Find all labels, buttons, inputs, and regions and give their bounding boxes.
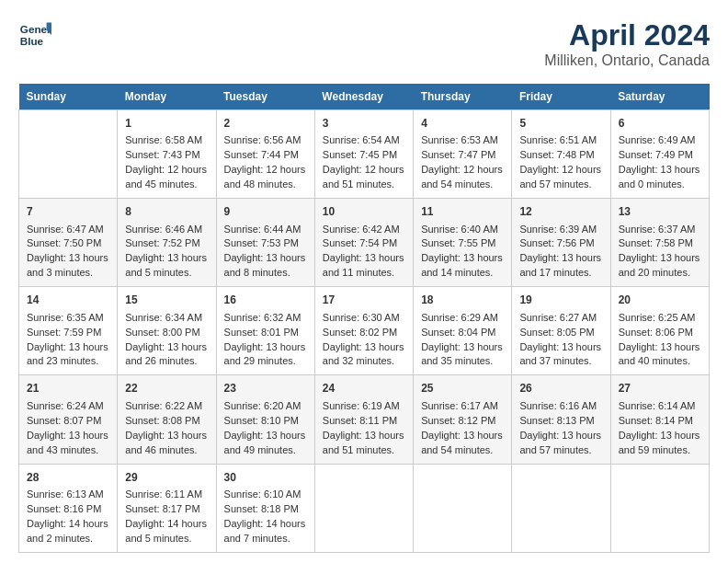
cell-content-line: Sunrise: 6:10 AM	[224, 488, 307, 502]
cell-content-line: Sunset: 7:50 PM	[27, 236, 109, 251]
cell-content-line: Daylight: 14 hours	[224, 517, 307, 532]
day-number: 9	[224, 204, 307, 220]
cell-content-line: Sunset: 7:52 PM	[125, 236, 208, 251]
cell-content-line: and 54 minutes.	[421, 178, 504, 192]
cell-content-line: and 32 minutes.	[323, 354, 405, 369]
day-number: 23	[224, 381, 307, 396]
calendar-cell: 6Sunrise: 6:49 AMSunset: 7:49 PMDaylight…	[610, 110, 709, 199]
cell-content-line: Sunrise: 6:51 AM	[519, 133, 602, 148]
day-number: 18	[421, 293, 504, 308]
calendar-cell: 1Sunrise: 6:58 AMSunset: 7:43 PMDaylight…	[118, 110, 216, 199]
cell-content-line: Daylight: 13 hours	[125, 251, 208, 266]
cell-content-line: Sunset: 7:53 PM	[224, 236, 307, 251]
calendar-cell: 10Sunrise: 6:42 AMSunset: 7:54 PMDayligh…	[314, 199, 413, 287]
cell-content-line: Sunset: 7:43 PM	[125, 148, 208, 163]
day-number: 20	[619, 293, 701, 308]
day-number: 24	[323, 381, 405, 396]
calendar-week-1: 1Sunrise: 6:58 AMSunset: 7:43 PMDaylight…	[19, 110, 710, 199]
calendar-cell: 11Sunrise: 6:40 AMSunset: 7:55 PMDayligh…	[414, 199, 512, 287]
day-number: 27	[619, 381, 701, 396]
cell-content-line: Sunrise: 6:58 AM	[125, 133, 208, 148]
cell-content-line: Sunrise: 6:56 AM	[224, 133, 307, 148]
cell-content-line: Daylight: 13 hours	[27, 251, 109, 266]
calendar-week-2: 7Sunrise: 6:47 AMSunset: 7:50 PMDaylight…	[19, 199, 710, 287]
day-number: 4	[421, 116, 504, 132]
cell-content-line: Sunrise: 6:16 AM	[519, 399, 602, 414]
calendar-cell: 15Sunrise: 6:34 AMSunset: 8:00 PMDayligh…	[118, 287, 216, 375]
day-number: 1	[125, 116, 208, 132]
cell-content-line: and 48 minutes.	[224, 178, 307, 192]
calendar-title: April 2024	[544, 18, 710, 52]
header-saturday: Saturday	[610, 84, 709, 110]
calendar-cell: 14Sunrise: 6:35 AMSunset: 7:59 PMDayligh…	[19, 287, 118, 375]
calendar-cell: 4Sunrise: 6:53 AMSunset: 7:47 PMDaylight…	[414, 110, 512, 199]
header-friday: Friday	[512, 84, 610, 110]
cell-content-line: and 0 minutes.	[619, 178, 701, 192]
calendar-cell: 25Sunrise: 6:17 AMSunset: 8:12 PMDayligh…	[414, 375, 512, 464]
day-number: 28	[27, 470, 109, 486]
cell-content-line: Daylight: 13 hours	[125, 340, 208, 355]
cell-content-line: Daylight: 12 hours	[125, 163, 208, 178]
calendar-cell: 22Sunrise: 6:22 AMSunset: 8:08 PMDayligh…	[118, 375, 216, 464]
calendar-cell: 3Sunrise: 6:54 AMSunset: 7:45 PMDaylight…	[314, 110, 413, 199]
cell-content-line: and 26 minutes.	[125, 354, 208, 369]
cell-content-line: Daylight: 14 hours	[27, 517, 109, 532]
day-number: 5	[519, 116, 602, 132]
cell-content-line: Sunset: 8:16 PM	[27, 502, 109, 517]
cell-content-line: Sunset: 8:01 PM	[224, 326, 307, 340]
cell-content-line: Sunset: 8:18 PM	[224, 502, 307, 517]
cell-content-line: and 11 minutes.	[323, 266, 405, 281]
cell-content-line: Sunrise: 6:24 AM	[27, 399, 109, 414]
calendar-table: Sunday Monday Tuesday Wednesday Thursday…	[18, 84, 710, 553]
cell-content-line: Sunset: 8:04 PM	[421, 326, 504, 340]
cell-content-line: Daylight: 13 hours	[323, 340, 405, 355]
calendar-cell: 5Sunrise: 6:51 AMSunset: 7:48 PMDaylight…	[512, 110, 610, 199]
cell-content-line: Sunset: 8:10 PM	[224, 414, 307, 429]
calendar-cell: 17Sunrise: 6:30 AMSunset: 8:02 PMDayligh…	[314, 287, 413, 375]
day-number: 2	[224, 116, 307, 132]
cell-content-line: and 57 minutes.	[519, 178, 602, 192]
day-number: 10	[323, 204, 405, 220]
cell-content-line: Sunrise: 6:27 AM	[519, 311, 602, 326]
cell-content-line: Daylight: 12 hours	[224, 163, 307, 178]
cell-content-line: and 37 minutes.	[519, 354, 602, 369]
cell-content-line: Daylight: 13 hours	[619, 429, 701, 443]
cell-content-line: and 49 minutes.	[224, 443, 307, 458]
cell-content-line: and 23 minutes.	[27, 354, 109, 369]
cell-content-line: Daylight: 13 hours	[519, 340, 602, 355]
cell-content-line: Sunset: 7:49 PM	[619, 148, 701, 163]
day-number: 8	[125, 204, 208, 220]
calendar-header-row: Sunday Monday Tuesday Wednesday Thursday…	[19, 84, 710, 110]
calendar-cell	[314, 464, 413, 552]
cell-content-line: Sunset: 7:45 PM	[323, 148, 405, 163]
cell-content-line: and 14 minutes.	[421, 266, 504, 281]
cell-content-line: Sunset: 8:00 PM	[125, 326, 208, 340]
calendar-cell: 28Sunrise: 6:13 AMSunset: 8:16 PMDayligh…	[19, 464, 118, 552]
day-number: 3	[323, 116, 405, 132]
header-thursday: Thursday	[414, 84, 512, 110]
cell-content-line: and 46 minutes.	[125, 443, 208, 458]
calendar-cell	[19, 110, 118, 199]
header-tuesday: Tuesday	[216, 84, 314, 110]
day-number: 29	[125, 470, 208, 486]
cell-content-line: Sunset: 8:05 PM	[519, 326, 602, 340]
day-number: 22	[125, 381, 208, 396]
calendar-cell: 27Sunrise: 6:14 AMSunset: 8:14 PMDayligh…	[610, 375, 709, 464]
cell-content-line: Sunrise: 6:39 AM	[519, 223, 602, 237]
cell-content-line: Sunset: 7:59 PM	[27, 326, 109, 340]
cell-content-line: Sunrise: 6:54 AM	[323, 133, 405, 148]
calendar-cell	[414, 464, 512, 552]
cell-content-line: Sunrise: 6:11 AM	[125, 488, 208, 502]
calendar-week-4: 21Sunrise: 6:24 AMSunset: 8:07 PMDayligh…	[19, 375, 710, 464]
cell-content-line: and 35 minutes.	[421, 354, 504, 369]
calendar-cell	[512, 464, 610, 552]
calendar-subtitle: Milliken, Ontario, Canada	[544, 52, 710, 69]
calendar-cell: 21Sunrise: 6:24 AMSunset: 8:07 PMDayligh…	[19, 375, 118, 464]
calendar-cell	[610, 464, 709, 552]
day-number: 7	[27, 204, 109, 220]
cell-content-line: and 40 minutes.	[619, 354, 701, 369]
cell-content-line: and 3 minutes.	[27, 266, 109, 281]
cell-content-line: Sunrise: 6:14 AM	[619, 399, 701, 414]
cell-content-line: and 54 minutes.	[421, 443, 504, 458]
cell-content-line: Daylight: 13 hours	[323, 429, 405, 443]
